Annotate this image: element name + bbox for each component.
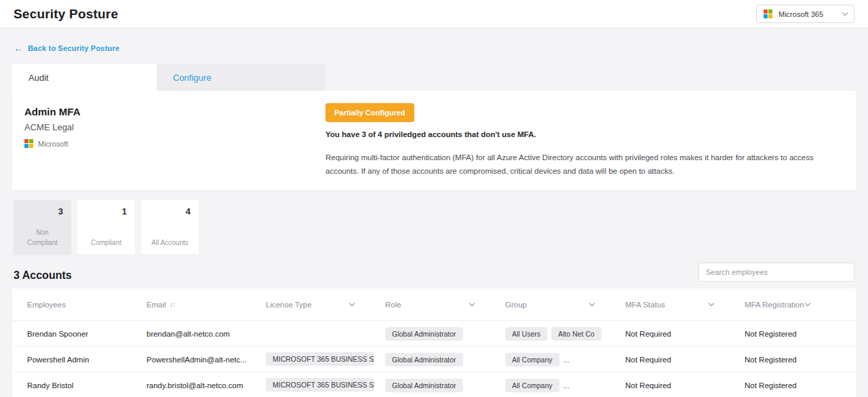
chevron-down-icon[interactable]	[469, 301, 475, 306]
mfa-status: Not Required	[625, 356, 745, 364]
role-cell: Global Administrator	[385, 379, 505, 392]
stat-value: 1	[85, 206, 127, 216]
tab-configure[interactable]: Configure	[157, 64, 326, 91]
employee-name: Brendan Spooner	[27, 330, 146, 338]
accounts-count-title: 3 Accounts	[14, 269, 72, 282]
stats-row: 3 Non Compliant 1 Compliant 4 All Accoun…	[14, 200, 854, 254]
mfa-status: Not Required	[625, 330, 745, 338]
column-header-license-type: License Type	[266, 301, 385, 309]
mfa-registration: Not Registered	[745, 330, 841, 338]
audit-summary-card: Admin MFA ACME Legal Microsoft Partially…	[12, 91, 856, 190]
back-arrow-icon: ←	[14, 43, 23, 54]
group-pill: Alto Net Co	[551, 327, 601, 341]
stat-value: 4	[149, 206, 191, 216]
stat-value: 3	[22, 206, 63, 216]
employee-email: randy.bristol@alt-netco.com	[146, 381, 266, 390]
audit-description-text: Requiring multi-factor authentication (M…	[326, 151, 830, 178]
stat-label: All Accounts	[149, 238, 191, 248]
license-pill: MICROSOFT 365 BUSINESS STAN	[266, 378, 374, 392]
audit-summary-text: You have 3 of 4 priviledged accounts tha…	[326, 130, 830, 138]
employee-name: Randy Bristol	[27, 381, 146, 390]
accounts-table: Employees Email ↓↑ License Type Role Gro…	[12, 288, 856, 397]
chevron-down-icon[interactable]	[805, 301, 810, 306]
employee-name: Powershell Admin	[27, 356, 146, 364]
page-title: Security Posture	[14, 7, 118, 22]
chevron-down-icon[interactable]	[589, 301, 595, 306]
stat-card-non-compliant[interactable]: 3 Non Compliant	[14, 200, 71, 254]
audit-company: ACME Legal	[24, 122, 326, 132]
column-header-role: Role	[385, 301, 505, 309]
provider-row: Microsoft	[24, 139, 326, 148]
mfa-status: Not Required	[625, 381, 745, 390]
column-header-mfa-registration: MFA Registration	[745, 301, 841, 309]
back-row: ← Back to Security Posture	[0, 29, 868, 64]
audit-card-left: Admin MFA ACME Legal Microsoft	[24, 103, 326, 178]
stat-card-all-accounts[interactable]: 4 All Accounts	[141, 200, 199, 254]
tab-audit[interactable]: Audit	[12, 64, 157, 91]
table-row[interactable]: Brendan Spooner brendan@alt-netco.com Gl…	[12, 321, 856, 347]
table-header-row: Employees Email ↓↑ License Type Role Gro…	[12, 288, 856, 321]
top-bar: Security Posture Microsoft 365	[0, 0, 868, 29]
tenant-selector-dropdown[interactable]: Microsoft 365	[756, 5, 854, 23]
stat-card-compliant[interactable]: 1 Compliant	[77, 200, 135, 254]
stat-label: Non Compliant	[22, 228, 63, 248]
microsoft-logo-icon	[24, 139, 33, 148]
mfa-registration: Not Registered	[745, 381, 841, 390]
back-link-label: Back to Security Posture	[28, 44, 119, 52]
group-cell: All Users Alto Net Co	[505, 327, 625, 341]
group-cell: All Company ...	[505, 353, 625, 366]
group-pill: All Company	[505, 379, 559, 392]
chevron-down-icon	[842, 10, 848, 15]
column-header-email: Email ↓↑	[146, 301, 266, 309]
group-more-indicator: ...	[564, 356, 570, 364]
role-cell: Global Administrator	[385, 353, 505, 366]
stat-label: Compliant	[85, 238, 127, 248]
microsoft-logo-icon	[764, 10, 772, 18]
role-pill: Global Administrator	[385, 353, 463, 366]
group-pill: All Users	[505, 327, 547, 341]
provider-label: Microsoft	[38, 140, 68, 148]
table-row[interactable]: Powershell Admin PowershellAdmin@alt-net…	[12, 347, 856, 373]
column-header-mfa-status: MFA Status	[625, 301, 745, 309]
search-input[interactable]	[698, 263, 854, 282]
license-cell: MICROSOFT 365 BUSINESS STAN	[266, 352, 385, 367]
column-header-group: Group	[505, 301, 625, 309]
column-header-employees: Employees	[27, 301, 146, 309]
table-row[interactable]: Randy Bristol randy.bristol@alt-netco.co…	[12, 373, 856, 397]
role-pill: Global Administrator	[385, 379, 463, 392]
back-to-security-posture-link[interactable]: ← Back to Security Posture	[14, 43, 119, 54]
chevron-down-icon[interactable]	[709, 301, 714, 306]
mfa-registration: Not Registered	[745, 356, 841, 364]
chevron-down-icon[interactable]	[349, 301, 355, 306]
license-pill: MICROSOFT 365 BUSINESS STAN	[266, 352, 374, 366]
tenant-selector-label: Microsoft 365	[778, 10, 823, 18]
group-cell: All Company ...	[505, 379, 625, 392]
tab-bar: Audit Configure	[12, 64, 856, 91]
audit-title: Admin MFA	[24, 106, 326, 117]
employee-email: brendan@alt-netco.com	[146, 330, 266, 338]
group-pill: All Company	[505, 353, 559, 366]
role-cell: Global Administrator	[385, 327, 505, 341]
role-pill: Global Administrator	[385, 327, 463, 341]
employee-email: PowershellAdmin@alt-netc...	[146, 356, 266, 364]
sort-icon[interactable]: ↓↑	[170, 301, 175, 308]
license-cell: MICROSOFT 365 BUSINESS STAN	[266, 378, 385, 393]
status-badge: Partially Configured	[326, 103, 414, 122]
group-more-indicator: ...	[564, 381, 570, 390]
audit-card-right: Partially Configured You have 3 of 4 pri…	[326, 103, 844, 178]
accounts-bar: 3 Accounts	[14, 263, 854, 282]
